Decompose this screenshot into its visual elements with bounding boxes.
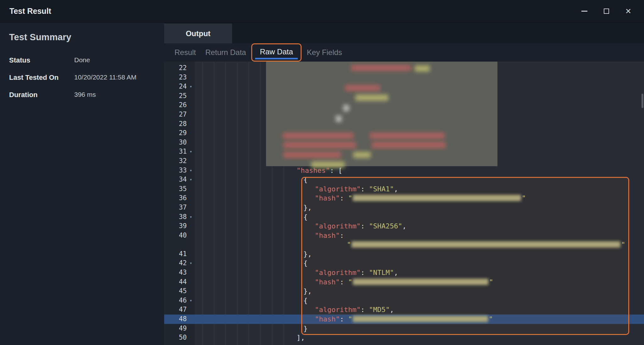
maximize-button[interactable] [600,5,613,18]
minimize-button[interactable] [578,5,591,18]
json-punct: { [303,213,308,221]
summary-value: 396 ms [74,91,96,99]
code-line-40[interactable]: 40"hash": [164,231,644,240]
line-gutter: 49 [164,324,195,333]
code-line-36[interactable]: 36"hash": "" [164,194,644,203]
redacted-hash-value [352,241,620,248]
line-gutter: 25 [164,91,195,101]
subtab-result[interactable]: Result [170,44,201,61]
json-punct: }, [303,204,312,211]
close-button[interactable]: ✕ [622,5,635,18]
json-punct: : [361,185,369,193]
code-content[interactable]: }, [195,287,644,296]
code-content[interactable]: "hash": "" [195,315,644,324]
scrollbar-thumb[interactable] [641,94,643,108]
json-punct: } [303,325,308,332]
summary-label: Duration [9,91,74,99]
line-gutter: 35 [164,184,195,194]
code-line-wrap[interactable]: "" [164,240,644,249]
code-content[interactable]: }, [195,249,644,259]
editor-scrollbar[interactable] [641,62,644,345]
line-number: 36 [164,194,187,203]
raw-data-editor[interactable]: 222324▾25262728293031▾3233▾"hashes": [34… [164,62,644,345]
line-gutter: 22 [164,63,195,73]
test-summary-panel: Test Summary StatusDoneLast Tested On10/… [0,23,164,345]
line-number: 45 [164,287,187,296]
code-line-50[interactable]: 50], [164,333,644,342]
code-line-33[interactable]: 33▾"hashes": [ [164,166,644,175]
fold-spacer [187,249,195,259]
fold-arrow-icon[interactable]: ▾ [187,166,195,175]
code-content[interactable]: { [195,296,644,305]
code-content[interactable]: ], [195,333,644,342]
code-line-38[interactable]: 38▾{ [164,212,644,222]
json-key: "algorithm" [315,185,361,193]
line-number: 24 [164,82,187,91]
line-number: 40 [164,231,187,240]
fold-arrow-icon[interactable]: ▾ [187,296,195,305]
code-content[interactable]: "" [195,240,644,249]
line-number: 41 [164,249,187,259]
window-title: Test Result [9,7,51,16]
json-string: " [348,194,352,202]
subtab-return-data[interactable]: Return Data [201,44,251,61]
code-line-46[interactable]: 46▾{ [164,296,644,305]
code-content[interactable]: "algorithm": "SHA1", [195,184,644,194]
json-string: " [348,315,352,323]
code-content[interactable]: "hash": "" [195,277,644,287]
fold-spacer [187,324,195,333]
fold-arrow-icon[interactable]: ▾ [187,82,195,91]
json-key: "hash" [315,278,340,286]
fold-arrow-icon[interactable]: ▾ [187,259,195,268]
code-line-44[interactable]: 44"hash": "" [164,277,644,287]
code-line-49[interactable]: 49} [164,324,644,333]
subtab-raw-data[interactable]: Raw Data [251,43,301,62]
fold-spacer [187,333,195,342]
code-line-41[interactable]: 41}, [164,249,644,259]
line-gutter: 29 [164,129,195,138]
code-content[interactable]: }, [195,203,644,212]
redacted-blur-bar [415,65,430,72]
code-content[interactable]: { [195,259,644,268]
code-content[interactable]: { [195,212,644,222]
code-line-45[interactable]: 45}, [164,287,644,296]
code-line-43[interactable]: 43"algorithm": "NTLM", [164,268,644,277]
code-content[interactable]: "hashes": [ [195,166,644,175]
code-content[interactable]: "hash": "" [195,194,644,203]
code-content[interactable]: "algorithm": "MD5", [195,305,644,315]
fold-arrow-icon[interactable]: ▾ [187,147,195,156]
code-line-34[interactable]: 34▾{ [164,175,644,184]
code-content[interactable]: "hash": [195,231,644,240]
fold-arrow-icon[interactable]: ▾ [187,212,195,222]
code-line-35[interactable]: 35"algorithm": "SHA1", [164,184,644,194]
json-punct: ], [297,334,305,342]
code-line-42[interactable]: 42▾{ [164,259,644,268]
line-gutter: 38▾ [164,212,195,222]
tab-output[interactable]: Output [164,24,232,43]
code-line-37[interactable]: 37}, [164,203,644,212]
fold-arrow-icon[interactable]: ▾ [187,175,195,184]
redacted-hash-value [353,316,488,322]
summary-row-duration: Duration396 ms [9,91,164,99]
json-punct: { [303,259,308,267]
code-line-39[interactable]: 39"algorithm": "SHA256", [164,222,644,231]
json-punct: }, [303,287,312,295]
redacted-blur-bar [372,142,446,148]
subtab-key-fields[interactable]: Key Fields [302,44,347,61]
summary-rows: StatusDoneLast Tested On10/20/2022 11:58… [9,56,164,99]
title-bar: Test Result ✕ [0,0,644,23]
code-content[interactable]: } [195,324,644,333]
code-content[interactable]: "algorithm": "SHA256", [195,222,644,231]
json-string: "MD5" [369,306,390,314]
json-key: "algorithm" [315,222,361,230]
code-content[interactable]: { [195,175,644,184]
redacted-blur-bar [283,133,354,139]
code-line-47[interactable]: 47"algorithm": "MD5", [164,305,644,315]
json-string: "SHA1" [369,185,394,193]
code-line-48[interactable]: 48"hash": "" [164,315,644,324]
summary-label: Last Tested On [9,74,74,82]
line-number: 22 [164,63,187,73]
line-gutter: 26 [164,101,195,110]
code-content[interactable]: "algorithm": "NTLM", [195,268,644,277]
line-number: 27 [164,110,187,119]
